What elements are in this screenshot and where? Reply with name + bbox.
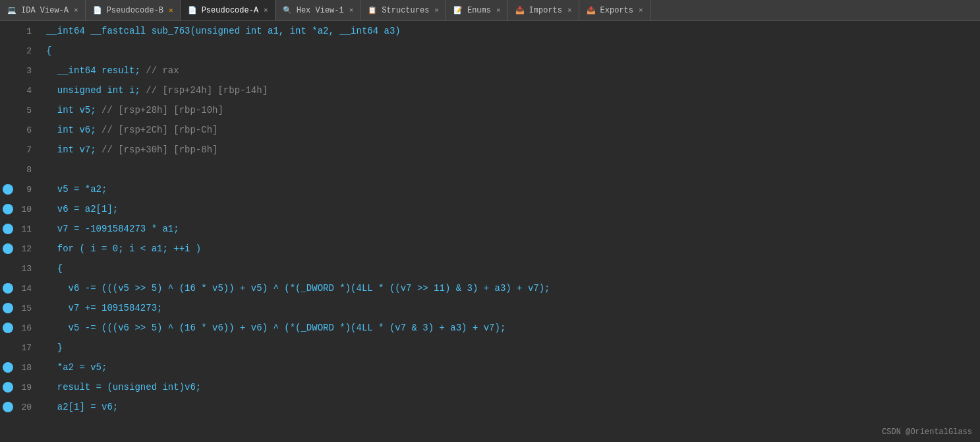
code-line-4: unsigned int i; // [rsp+24h] [rbp-14h]: [46, 80, 980, 100]
no-breakpoint-4: [3, 85, 13, 96]
breakpoint-15[interactable]: [3, 303, 13, 313]
breakpoint-14[interactable]: [3, 283, 13, 294]
breakpoint-16[interactable]: [3, 323, 13, 333]
tab-pseudocode-b[interactable]: 📄Pseudocode-B✕: [86, 0, 181, 20]
gutter-row-5: 5: [0, 100, 40, 120]
code-line-20: a2[1] = v6;: [46, 397, 980, 417]
pseudo-icon: 📄: [92, 5, 103, 16]
tab-pseudocode-a[interactable]: 📄Pseudocode-A×: [181, 0, 275, 20]
gutter-row-20: 20: [0, 397, 40, 417]
code-line-18: *a2 = v5;: [46, 358, 980, 377]
line-number-17: 17: [16, 343, 32, 353]
no-breakpoint-3: [3, 65, 13, 76]
tab-close-pseudocode-a[interactable]: ×: [264, 7, 268, 15]
tab-enums[interactable]: 📝Enums×: [446, 0, 508, 20]
tab-label-pseudocode-a: Pseudocode-A: [202, 6, 258, 15]
tab-label-hex-view-1: Hex View-1: [297, 6, 344, 15]
gutter-row-7: 7: [0, 140, 40, 160]
enum-icon: 📝: [453, 5, 463, 16]
gutter-row-3: 3: [0, 61, 40, 80]
tab-label-exports: Exports: [600, 6, 633, 15]
code-line-7: int v7; // [rsp+30h] [rbp-8h]: [46, 140, 980, 160]
export-icon: 📤: [586, 5, 596, 16]
breakpoint-12[interactable]: [3, 243, 13, 254]
struct-icon: 📋: [367, 5, 378, 16]
no-breakpoint-7: [3, 144, 13, 155]
tab-close-hex-view-1[interactable]: ×: [349, 7, 354, 15]
line-number-1: 1: [16, 26, 32, 36]
line-number-3: 3: [16, 66, 32, 76]
no-breakpoint-1: [3, 26, 13, 36]
tab-close-imports[interactable]: ×: [567, 7, 572, 15]
gutter-row-9: 9: [0, 179, 40, 199]
line-number-11: 11: [16, 224, 32, 234]
no-breakpoint-17: [3, 342, 13, 353]
hex-icon: 🔍: [282, 5, 293, 16]
code-line-13: {: [46, 259, 980, 278]
breakpoint-20[interactable]: [3, 402, 13, 412]
line-number-2: 2: [16, 46, 32, 56]
code-line-16: v5 -= (((v6 >> 5) ^ (16 * v6)) + v6) ^ (…: [46, 318, 980, 338]
code-line-14: v6 -= (((v5 >> 5) ^ (16 * v5)) + v5) ^ (…: [46, 278, 980, 298]
no-breakpoint-6: [3, 125, 13, 135]
tab-label-pseudocode-b: Pseudocode-B: [107, 6, 163, 15]
watermark: CSDN @OrientalGlass: [882, 427, 972, 437]
breakpoint-11[interactable]: [3, 224, 13, 234]
ida-icon: 💻: [7, 5, 17, 16]
gutter-row-13: 13: [0, 259, 40, 278]
gutter-row-17: 17: [0, 338, 40, 358]
gutter-row-10: 10: [0, 199, 40, 219]
code-line-11: v7 = -1091584273 * a1;: [46, 219, 980, 239]
line-number-14: 14: [16, 284, 32, 294]
line-number-12: 12: [16, 244, 32, 254]
gutter-row-16: 16: [0, 318, 40, 338]
code-content[interactable]: __int64 __fastcall sub_763(unsigned int …: [40, 21, 980, 442]
tab-close-enums[interactable]: ×: [496, 7, 501, 15]
line-number-7: 7: [16, 145, 32, 155]
breakpoint-18[interactable]: [3, 362, 13, 373]
gutter-row-2: 2: [0, 41, 40, 61]
code-line-12: for ( i = 0; i < a1; ++i ): [46, 239, 980, 259]
gutter-row-8: 8: [0, 160, 40, 179]
line-gutter: 1234567891011121314151617181920: [0, 21, 40, 442]
gutter-row-14: 14: [0, 278, 40, 298]
line-number-13: 13: [16, 264, 32, 274]
tab-structures[interactable]: 📋Structures×: [360, 0, 446, 20]
code-line-19: result = (unsigned int)v6;: [46, 377, 980, 397]
line-number-6: 6: [16, 125, 32, 135]
line-number-15: 15: [16, 303, 32, 313]
gutter-row-6: 6: [0, 120, 40, 140]
code-line-17: }: [46, 338, 980, 358]
tab-exports[interactable]: 📤Exports×: [579, 0, 650, 20]
line-number-8: 8: [16, 165, 32, 175]
tab-label-ida-view-a: IDA View-A: [21, 6, 69, 15]
line-number-20: 20: [16, 402, 32, 412]
gutter-row-15: 15: [0, 298, 40, 318]
code-area: 1234567891011121314151617181920 __int64 …: [0, 21, 980, 442]
code-line-5: int v5; // [rsp+28h] [rbp-10h]: [46, 100, 980, 120]
tab-ida-view-a[interactable]: 💻IDA View-A×: [0, 0, 86, 20]
tab-close-ida-view-a[interactable]: ×: [74, 7, 78, 15]
code-line-3: __int64 result; // rax: [46, 61, 980, 80]
breakpoint-19[interactable]: [3, 382, 13, 393]
tab-label-imports: Imports: [529, 6, 562, 15]
tab-close-structures[interactable]: ×: [434, 7, 439, 15]
tab-imports[interactable]: 📥Imports×: [508, 0, 579, 20]
code-line-10: v6 = a2[1];: [46, 199, 980, 219]
tab-hex-view-1[interactable]: 🔍Hex View-1×: [275, 0, 361, 20]
line-number-18: 18: [16, 363, 32, 373]
no-breakpoint-5: [3, 105, 13, 115]
code-line-2: {: [46, 41, 980, 61]
code-line-1: __int64 __fastcall sub_763(unsigned int …: [46, 21, 980, 41]
gutter-row-12: 12: [0, 239, 40, 259]
breakpoint-9[interactable]: [3, 184, 13, 195]
no-breakpoint-8: [3, 164, 13, 175]
line-number-19: 19: [16, 383, 32, 393]
tab-close-exports[interactable]: ×: [639, 7, 643, 15]
code-line-8: [46, 160, 980, 179]
tab-close-pseudocode-b[interactable]: ✕: [169, 6, 173, 15]
breakpoint-10[interactable]: [3, 204, 13, 214]
gutter-row-11: 11: [0, 219, 40, 239]
line-number-10: 10: [16, 205, 32, 214]
gutter-row-4: 4: [0, 80, 40, 100]
